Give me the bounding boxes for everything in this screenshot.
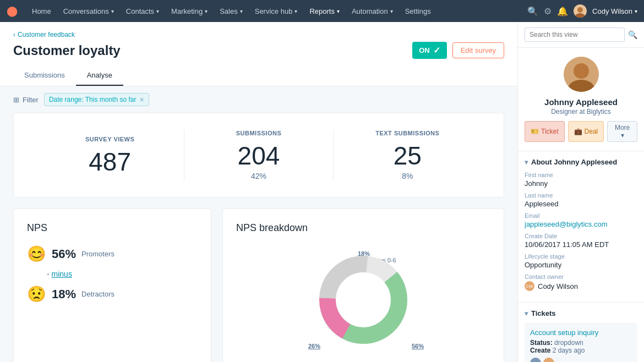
nps-minus-label: - minus xyxy=(47,270,198,278)
svg-point-6 xyxy=(574,63,589,79)
header-actions: ON ✓ Edit survey xyxy=(412,42,504,59)
chevron-down-icon: ▾ xyxy=(525,158,528,166)
tab-analyse[interactable]: Analyse xyxy=(76,65,123,86)
contact-section: Johnny Appleseed Designer at Biglytics 🎫… xyxy=(518,48,644,151)
breadcrumb[interactable]: ‹ Customer feedback xyxy=(13,31,504,39)
ticket-avatars: JA CW xyxy=(530,358,632,362)
about-section-header[interactable]: ▾ About Johnny Appleseed xyxy=(525,158,637,166)
deal-button[interactable]: 💼 Deal xyxy=(568,121,604,142)
chevron-down-icon: ▾ xyxy=(525,310,528,317)
page-header: ‹ Customer feedback Customer loyalty ON … xyxy=(0,22,517,86)
field-email: Email jappleseed@biglytics.com xyxy=(525,212,637,228)
stat-text-submissions: TEXT SUBMISSIONS 25 8% xyxy=(333,130,482,180)
nav-marketing[interactable]: Marketing ▾ xyxy=(166,5,213,18)
chevron-down-icon: ▾ xyxy=(111,8,114,14)
field-last-name: Last name Appleseed xyxy=(525,192,637,208)
edit-survey-button[interactable]: Edit survey xyxy=(452,42,504,58)
nav-automation[interactable]: Automation ▾ xyxy=(346,5,399,18)
about-fields: First name Johnny Last name Appleseed Em… xyxy=(525,172,637,291)
filter-bar: ⊞ Filter Date range: This month so far × xyxy=(0,86,517,113)
ticket-item: Account setup inquiry Status: dropdown C… xyxy=(525,323,637,362)
chart-label-56: 56% xyxy=(412,343,424,349)
tickets-section: ▾ Tickets Account setup inquiry Status: … xyxy=(518,303,644,362)
nav-right: 🔍 ⚙ 🔔 Cody Wilson ▾ xyxy=(527,4,637,18)
tickets-section-header[interactable]: ▾ Tickets xyxy=(525,309,637,317)
user-avatar xyxy=(574,4,587,18)
contact-actions: 🎫 Ticket 💼 Deal More ▾ xyxy=(525,121,637,142)
nav-home[interactable]: Home xyxy=(26,5,57,18)
nps-breakdown-chart-area: 18% Detractors 0-6 xyxy=(236,245,490,355)
filter-button[interactable]: ⊞ Filter xyxy=(13,96,39,104)
stat-submissions: SUBMISSIONS 204 42% xyxy=(184,130,332,180)
left-content: ‹ Customer feedback Customer loyalty ON … xyxy=(0,22,517,362)
nps-card: NPS 😊 56% Promoters - minus 😟 18% xyxy=(13,209,211,362)
field-contact-owner: Contact owner CW Cody Wilson xyxy=(525,273,637,291)
ticket-avatar-2: CW xyxy=(543,358,554,362)
filter-tag: Date range: This month so far × xyxy=(44,93,149,106)
filter-remove-icon[interactable]: × xyxy=(139,95,144,104)
contact-avatar xyxy=(564,57,599,92)
stat-survey-views: SURVEY VIEWS 487 xyxy=(36,136,184,174)
more-button[interactable]: More ▾ xyxy=(607,121,637,142)
about-section: ▾ About Johnny Appleseed First name John… xyxy=(518,151,644,303)
chevron-left-icon: ‹ xyxy=(13,31,15,39)
chart-label-26: 26% xyxy=(308,343,320,349)
detractor-emoji: 😟 xyxy=(27,285,46,303)
page-title-row: Customer loyalty ON ✓ Edit survey xyxy=(13,42,504,65)
content-area: SURVEY VIEWS 487 SUBMISSIONS 204 42% TEX… xyxy=(0,113,517,362)
chevron-down-icon: ▾ xyxy=(294,8,297,14)
nav-sales[interactable]: Sales ▾ xyxy=(214,5,248,18)
chevron-down-icon: ▾ xyxy=(205,8,208,14)
nps-breakdown-card: NPS breakdown 18% Detractors 0-6 xyxy=(222,209,504,362)
nav-conversations[interactable]: Conversations ▾ xyxy=(58,5,119,18)
field-lifecycle-stage: Lifecycle stage Opportunity xyxy=(525,253,637,269)
tab-submissions[interactable]: Submissions xyxy=(13,65,76,86)
top-navigation: ⬤ Home Conversations ▾ Contacts ▾ Market… xyxy=(0,0,644,22)
chevron-down-icon: ▾ xyxy=(635,8,637,14)
chevron-down-icon: ▾ xyxy=(156,8,159,14)
svg-point-0 xyxy=(577,7,583,13)
survey-toggle-button[interactable]: ON ✓ xyxy=(412,42,447,59)
checkmark-icon: ✓ xyxy=(433,45,440,56)
right-sidebar: 🔍 Johnny Appleseed Designer at Biglytics… xyxy=(517,22,644,362)
owner-avatar: CW xyxy=(525,281,534,291)
chevron-down-icon: ▾ xyxy=(240,8,243,14)
nav-reports[interactable]: Reports ▾ xyxy=(304,5,345,18)
search-icon[interactable]: 🔍 xyxy=(628,30,637,39)
ticket-create: Create 2 days ago xyxy=(530,347,632,354)
main-layout: ‹ Customer feedback Customer loyalty ON … xyxy=(0,22,644,362)
ticket-button[interactable]: 🎫 Ticket xyxy=(525,121,565,142)
field-create-date: Create Date 10/06/2017 11:05 AM EDT xyxy=(525,233,637,249)
ticket-status: Status: dropdown xyxy=(530,339,632,347)
chevron-down-icon: ▾ xyxy=(337,8,340,14)
nav-items: Home Conversations ▾ Contacts ▾ Marketin… xyxy=(26,5,527,18)
ticket-icon: 🎫 xyxy=(531,128,539,135)
sidebar-search: 🔍 xyxy=(518,22,644,48)
svg-point-7 xyxy=(568,80,594,92)
user-name-label[interactable]: Cody Wilson ▾ xyxy=(592,7,637,15)
stats-card: SURVEY VIEWS 487 SUBMISSIONS 204 42% TEX… xyxy=(13,113,504,198)
filter-icon: ⊞ xyxy=(13,96,19,104)
search-icon[interactable]: 🔍 xyxy=(527,6,538,17)
sidebar-search-input[interactable] xyxy=(525,28,625,42)
notifications-icon[interactable]: 🔔 xyxy=(557,6,568,17)
tabs: Submissions Analyse xyxy=(13,65,504,86)
nav-settings[interactable]: Settings xyxy=(400,5,436,18)
bottom-cards: NPS 😊 56% Promoters - minus 😟 18% xyxy=(13,209,504,362)
chevron-down-icon: ▾ xyxy=(390,8,393,14)
deal-icon: 💼 xyxy=(574,128,582,135)
svg-point-1 xyxy=(575,13,585,18)
ticket-avatar-1: JA xyxy=(530,358,541,362)
nps-promoters-item: 😊 56% Promoters xyxy=(27,245,198,263)
nav-service-hub[interactable]: Service hub ▾ xyxy=(249,5,303,18)
nav-contacts[interactable]: Contacts ▾ xyxy=(121,5,165,18)
promoter-emoji: 😊 xyxy=(27,245,46,263)
settings-icon[interactable]: ⚙ xyxy=(544,6,552,17)
donut-chart xyxy=(314,250,413,349)
nps-detractors-item: 😟 18% Detractors xyxy=(27,285,198,303)
field-first-name: First name Johnny xyxy=(525,172,637,188)
hubspot-logo[interactable]: ⬤ xyxy=(7,5,18,17)
page-title: Customer loyalty xyxy=(13,43,121,58)
